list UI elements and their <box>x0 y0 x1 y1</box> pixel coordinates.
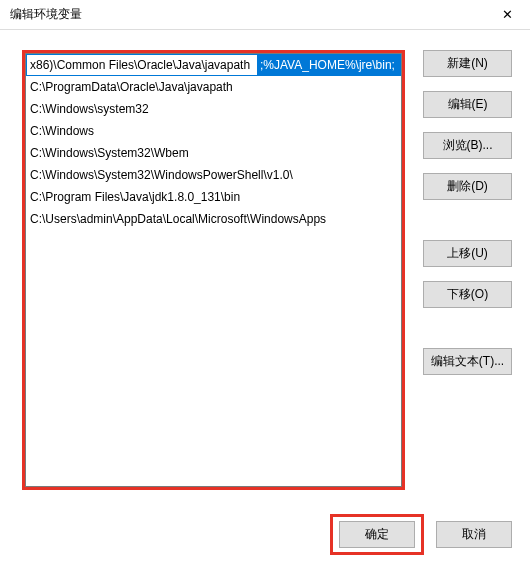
list-item[interactable]: C:\Windows <box>26 120 401 142</box>
cancel-wrap: 取消 <box>436 514 512 555</box>
move-down-button[interactable]: 下移(O) <box>423 281 512 308</box>
titlebar: 编辑环境变量 ✕ <box>0 0 530 30</box>
browse-button[interactable]: 浏览(B)... <box>423 132 512 159</box>
list-highlight-frame: C:\ProgramData\Oracle\Java\javapath C:\W… <box>22 50 405 490</box>
window-title: 编辑环境变量 <box>10 6 82 23</box>
edit-text-button[interactable]: 编辑文本(T)... <box>423 348 512 375</box>
edit-input-selected[interactable] <box>257 55 402 75</box>
list-item[interactable]: C:\Users\admin\AppData\Local\Microsoft\W… <box>26 208 401 230</box>
list-item[interactable]: C:\Windows\system32 <box>26 98 401 120</box>
button-column: 新建(N) 编辑(E) 浏览(B)... 删除(D) 上移(U) 下移(O) 编… <box>423 50 512 490</box>
footer: 确定 取消 <box>0 514 530 555</box>
list-item[interactable]: C:\Windows\System32\Wbem <box>26 142 401 164</box>
list-item[interactable]: C:\Windows\System32\WindowsPowerShell\v1… <box>26 164 401 186</box>
edit-button[interactable]: 编辑(E) <box>423 91 512 118</box>
new-button[interactable]: 新建(N) <box>423 50 512 77</box>
ok-highlight-frame: 确定 <box>330 514 424 555</box>
content-area: C:\ProgramData\Oracle\Java\javapath C:\W… <box>0 30 530 502</box>
spacer <box>423 214 512 240</box>
ok-button[interactable]: 确定 <box>339 521 415 548</box>
move-up-button[interactable]: 上移(U) <box>423 240 512 267</box>
close-icon: ✕ <box>502 7 513 22</box>
path-listbox[interactable]: C:\ProgramData\Oracle\Java\javapath C:\W… <box>25 53 402 487</box>
cancel-button[interactable]: 取消 <box>436 521 512 548</box>
list-item-editing[interactable] <box>26 54 401 76</box>
list-item[interactable]: C:\ProgramData\Oracle\Java\javapath <box>26 76 401 98</box>
spacer <box>423 322 512 348</box>
edit-input-plain[interactable] <box>27 55 257 75</box>
list-item[interactable]: C:\Program Files\Java\jdk1.8.0_131\bin <box>26 186 401 208</box>
delete-button[interactable]: 删除(D) <box>423 173 512 200</box>
close-button[interactable]: ✕ <box>485 0 530 30</box>
